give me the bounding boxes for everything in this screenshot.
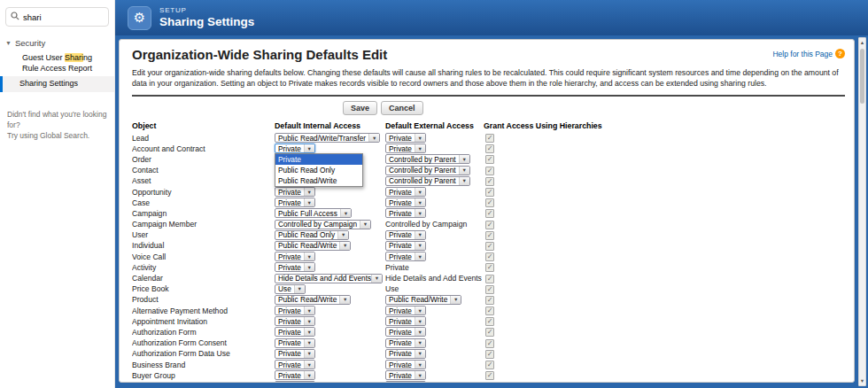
external-access-select[interactable]: Private▼ <box>385 338 426 348</box>
internal-access-select[interactable]: Public Read Only▼ <box>275 230 349 240</box>
external-access-select[interactable]: Private▼ <box>385 208 426 218</box>
scroll-up-arrow-icon[interactable]: ▲ <box>859 38 865 47</box>
internal-access-value: Private <box>278 144 301 153</box>
object-label: Authorization Form Consent <box>132 338 275 347</box>
external-access-select[interactable]: Private▼ <box>385 381 426 383</box>
grant-access-checkbox: ✓ <box>485 167 494 175</box>
scrollbar-thumb[interactable] <box>860 49 864 104</box>
internal-access-select[interactable]: Private▼ <box>275 262 315 272</box>
internal-access-cell: Private▼ <box>275 306 385 315</box>
external-access-select[interactable]: Private▼ <box>385 144 426 153</box>
internal-access-select[interactable]: Private▼ <box>275 316 315 326</box>
dropdown-option[interactable]: Private <box>275 154 362 165</box>
grant-hierarchy-cell: ✓ <box>484 252 845 261</box>
external-access-select[interactable]: Private▼ <box>385 360 426 369</box>
search-input[interactable] <box>23 12 104 22</box>
external-access-select[interactable]: Private▼ <box>385 241 426 251</box>
external-access-select[interactable]: Public Read/Write▼ <box>385 295 461 305</box>
dropdown-arrow-icon: ▼ <box>450 296 461 304</box>
external-access-select[interactable]: Private▼ <box>385 349 426 359</box>
internal-access-select[interactable]: Private▼ <box>275 306 315 315</box>
internal-access-select[interactable]: Private▼ <box>275 327 315 337</box>
external-access-select[interactable]: Private▼ <box>385 306 426 315</box>
dropdown-arrow-icon: ▼ <box>304 339 314 347</box>
dropdown-option[interactable]: Public Read/Write <box>275 175 362 186</box>
external-access-value: Private <box>389 252 412 261</box>
grant-hierarchy-cell: ✓ <box>484 133 845 143</box>
grant-hierarchy-cell: ✓ <box>484 338 845 348</box>
setup-eyebrow: SETUP <box>159 6 254 15</box>
external-access-select[interactable]: Private▼ <box>385 187 426 197</box>
search-match-highlight: Shari <box>65 53 83 62</box>
external-access-select[interactable]: Private▼ <box>385 316 426 326</box>
cancel-button[interactable]: Cancel <box>381 101 423 115</box>
grant-access-checkbox: ✓ <box>485 188 494 197</box>
internal-access-select[interactable]: Private▼ <box>275 381 315 383</box>
internal-access-select[interactable]: Use▼ <box>275 284 306 294</box>
dropdown-arrow-icon: ▼ <box>459 177 469 185</box>
sidebar-footer: Didn't find what you're looking for? Try… <box>0 106 114 145</box>
internal-access-cell: Private▼ <box>275 187 385 197</box>
dropdown-option[interactable]: Public Read Only <box>275 165 362 175</box>
internal-access-select[interactable]: Public Full Access▼ <box>275 208 352 218</box>
external-access-cell: Private▼ <box>385 133 484 143</box>
object-label: Calendar <box>132 274 275 283</box>
external-access-select[interactable]: Private▼ <box>385 370 426 380</box>
sidebar-item-sharing-settings[interactable]: Sharing Settings <box>0 76 114 92</box>
grant-access-checkbox: ✓ <box>485 144 494 153</box>
internal-access-select[interactable]: Controlled by Campaign▼ <box>275 220 371 229</box>
dropdown-arrow-icon: ▼ <box>415 350 425 358</box>
internal-access-select[interactable]: Private▼ <box>275 252 315 261</box>
table-row: CampaignPublic Full Access▼Private▼✓ <box>132 208 845 219</box>
grant-hierarchy-cell: ✓ <box>484 166 845 175</box>
grant-access-checkbox: ✓ <box>485 209 494 218</box>
internal-access-cell: Use▼ <box>275 284 385 294</box>
internal-access-select[interactable]: Hide Details and Add Events▼ <box>275 274 383 283</box>
sidebar-item-guest-user-sharing-rule-access-report[interactable]: Guest User Sharing Rule Access Report <box>0 50 114 76</box>
internal-access-select[interactable]: Private▼ <box>275 360 315 369</box>
dropdown-arrow-icon: ▼ <box>459 155 469 163</box>
object-label: Activity <box>132 263 275 272</box>
internal-access-value: Public Read Only <box>278 230 335 239</box>
save-button[interactable]: Save <box>343 101 377 115</box>
internal-access-cell: Private▼ <box>275 327 385 337</box>
internal-access-select[interactable]: Public Read/Write/Transfer▼ <box>275 133 380 143</box>
internal-access-select[interactable]: Private▼ <box>275 144 315 153</box>
grant-hierarchy-cell: ✓ <box>484 381 845 383</box>
table-row: Alternative Payment MethodPrivate▼Privat… <box>132 305 845 315</box>
internal-access-value: Public Full Access <box>278 209 337 218</box>
dropdown-arrow-icon: ▼ <box>415 328 425 336</box>
help-for-this-page-link[interactable]: Help for this Page ? <box>772 49 845 58</box>
external-access-select[interactable]: Private▼ <box>385 198 426 207</box>
external-access-value: Controlled by Parent <box>389 176 456 185</box>
internal-access-cell: Private▼ <box>275 198 385 207</box>
internal-access-select[interactable]: Private▼ <box>275 370 315 380</box>
external-access-cell: Public Read/Write▼ <box>385 295 484 305</box>
internal-access-select[interactable]: Public Read/Write▼ <box>275 241 351 251</box>
external-access-select[interactable]: Private▼ <box>385 133 426 143</box>
grant-access-checkbox: ✓ <box>485 155 494 164</box>
internal-access-select[interactable]: Public Read/Write▼ <box>275 295 351 305</box>
scroll-down-arrow-icon[interactable]: ▼ <box>859 376 865 385</box>
external-access-select[interactable]: Private▼ <box>385 327 426 337</box>
external-access-select[interactable]: Controlled by Parent▼ <box>385 154 470 164</box>
external-access-select[interactable]: Controlled by Parent▼ <box>385 166 470 175</box>
external-access-select[interactable]: Private▼ <box>385 252 426 261</box>
internal-access-select[interactable]: Private▼ <box>275 338 315 348</box>
object-label: Authorization Form Data Use <box>132 349 275 358</box>
external-access-select[interactable]: Controlled by Parent▼ <box>385 176 470 186</box>
internal-access-select[interactable]: Private▼ <box>275 187 315 197</box>
internal-access-select[interactable]: Private▼ <box>275 198 315 207</box>
external-access-value: Controlled by Parent <box>389 166 456 175</box>
quick-find-searchbox[interactable] <box>5 7 109 27</box>
external-access-select[interactable]: Private▼ <box>385 230 426 240</box>
external-access-cell: Private▼ <box>385 381 484 383</box>
object-label: Lead <box>132 134 275 143</box>
sidebar-section-security[interactable]: ▼ Security <box>0 35 114 50</box>
dropdown-arrow-icon: ▼ <box>371 275 382 283</box>
internal-access-select[interactable]: Private▼ <box>275 349 315 359</box>
external-access-cell: Private▼ <box>385 187 484 197</box>
grant-hierarchy-cell: ✓ <box>484 198 845 207</box>
external-access-value: Private <box>389 134 412 143</box>
vertical-scrollbar[interactable]: ▲ ▼ <box>858 37 866 386</box>
